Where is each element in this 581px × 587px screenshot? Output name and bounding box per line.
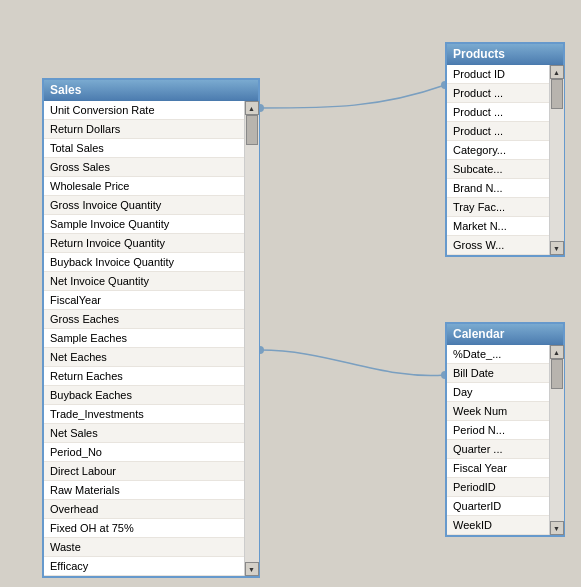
calendar-scroll-thumb <box>551 359 563 389</box>
products-rows-container: Product IDProduct ...Product ...Product … <box>447 65 549 255</box>
products-scrollbar[interactable]: ▲ ▼ <box>549 65 563 255</box>
table-row[interactable]: Subcate... <box>447 160 549 179</box>
table-row[interactable]: Period_No <box>44 443 244 462</box>
table-row[interactable]: Gross Eaches <box>44 310 244 329</box>
products-table-header: Products <box>447 44 563 65</box>
table-row[interactable]: Unit Conversion Rate <box>44 101 244 120</box>
products-scroll-track[interactable] <box>550 79 564 241</box>
calendar-table: Calendar %Date_...Bill DateDayWeek NumPe… <box>445 322 565 537</box>
sales-table-body: Unit Conversion RateReturn DollarsTotal … <box>44 101 258 576</box>
table-row[interactable]: Bill Date <box>447 364 549 383</box>
table-row[interactable]: WeekID <box>447 516 549 535</box>
sales-scrollbar[interactable]: ▲ ▼ <box>244 101 258 576</box>
calendar-scroll-down[interactable]: ▼ <box>550 521 564 535</box>
table-row[interactable]: Efficacy <box>44 557 244 576</box>
calendar-table-header: Calendar <box>447 324 563 345</box>
sales-scroll-up[interactable]: ▲ <box>245 101 259 115</box>
table-row[interactable]: Return Dollars <box>44 120 244 139</box>
calendar-rows-container: %Date_...Bill DateDayWeek NumPeriod N...… <box>447 345 549 535</box>
table-row[interactable]: Brand N... <box>447 179 549 198</box>
table-row[interactable]: Net Eaches <box>44 348 244 367</box>
table-row[interactable]: PeriodID <box>447 478 549 497</box>
table-row[interactable]: Fixed OH at 75% <box>44 519 244 538</box>
calendar-table-body: %Date_...Bill DateDayWeek NumPeriod N...… <box>447 345 563 535</box>
table-row[interactable]: Tray Fac... <box>447 198 549 217</box>
sales-table: Sales Unit Conversion RateReturn Dollars… <box>42 78 260 578</box>
products-scroll-up[interactable]: ▲ <box>550 65 564 79</box>
table-row[interactable]: Buyback Eaches <box>44 386 244 405</box>
table-row[interactable]: Net Invoice Quantity <box>44 272 244 291</box>
table-row[interactable]: FiscalYear <box>44 291 244 310</box>
products-table-body: Product IDProduct ...Product ...Product … <box>447 65 563 255</box>
table-row[interactable]: %Date_... <box>447 345 549 364</box>
table-row[interactable]: Product ... <box>447 84 549 103</box>
table-row[interactable]: Week Num <box>447 402 549 421</box>
table-row[interactable]: Gross W... <box>447 236 549 255</box>
table-row[interactable]: Category... <box>447 141 549 160</box>
table-row[interactable]: Direct Labour <box>44 462 244 481</box>
table-row[interactable]: Gross Invoice Quantity <box>44 196 244 215</box>
table-row[interactable]: Day <box>447 383 549 402</box>
sales-scroll-thumb <box>246 115 258 145</box>
table-row[interactable]: Total Sales <box>44 139 244 158</box>
products-table: Products Product IDProduct ...Product ..… <box>445 42 565 257</box>
table-row[interactable]: Fiscal Year <box>447 459 549 478</box>
table-row[interactable]: Product ... <box>447 103 549 122</box>
table-row[interactable]: Sample Invoice Quantity <box>44 215 244 234</box>
calendar-scrollbar[interactable]: ▲ ▼ <box>549 345 563 535</box>
table-row[interactable]: Net Sales <box>44 424 244 443</box>
table-row[interactable]: Product ... <box>447 122 549 141</box>
table-row[interactable]: Product ID <box>447 65 549 84</box>
table-row[interactable]: Quarter ... <box>447 440 549 459</box>
sales-scroll-down[interactable]: ▼ <box>245 562 259 576</box>
sales-rows-container: Unit Conversion RateReturn DollarsTotal … <box>44 101 244 576</box>
table-row[interactable]: Buyback Invoice Quantity <box>44 253 244 272</box>
table-row[interactable]: Sample Eaches <box>44 329 244 348</box>
table-row[interactable]: Raw Materials <box>44 481 244 500</box>
table-row[interactable]: Return Invoice Quantity <box>44 234 244 253</box>
table-row[interactable]: Wholesale Price <box>44 177 244 196</box>
table-row[interactable]: Overhead <box>44 500 244 519</box>
calendar-scroll-track[interactable] <box>550 359 564 521</box>
table-row[interactable]: Period N... <box>447 421 549 440</box>
products-scroll-down[interactable]: ▼ <box>550 241 564 255</box>
calendar-scroll-up[interactable]: ▲ <box>550 345 564 359</box>
sales-table-header: Sales <box>44 80 258 101</box>
products-scroll-thumb <box>551 79 563 109</box>
table-row[interactable]: Market N... <box>447 217 549 236</box>
table-row[interactable]: Return Eaches <box>44 367 244 386</box>
table-row[interactable]: Trade_Investments <box>44 405 244 424</box>
sales-scroll-track[interactable] <box>245 115 259 562</box>
table-row[interactable]: Gross Sales <box>44 158 244 177</box>
table-row[interactable]: Waste <box>44 538 244 557</box>
table-row[interactable]: QuarterID <box>447 497 549 516</box>
